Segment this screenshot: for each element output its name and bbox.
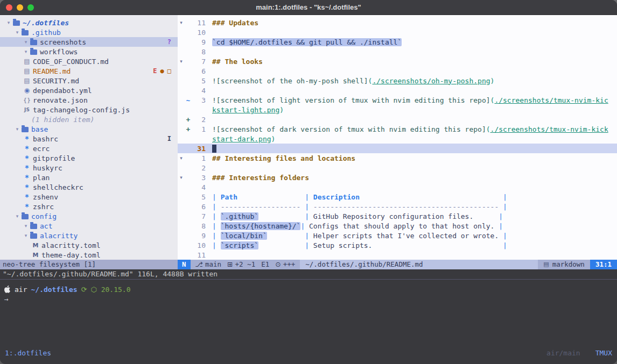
- tree-item-alacritty-toml[interactable]: Malacritty.toml: [0, 240, 178, 250]
- editor-line[interactable]: start-dark.png): [178, 134, 617, 144]
- tree-item-act[interactable]: ▾act: [0, 221, 178, 231]
- tree-item-label: tag-changelog-config.js: [33, 106, 130, 114]
- titlebar[interactable]: main:1:.dotfiles - "ks~/.dotfiles": [0, 0, 617, 15]
- editor-line[interactable]: 10: [178, 27, 617, 37]
- neotree-panel[interactable]: ▾~/.dotfiles▾.github▾screenshots?▾workfl…: [0, 15, 178, 260]
- tree-item-badges: ?: [167, 38, 178, 46]
- tmux-statusbar: 1:.dotfiles air/main TMUX: [0, 347, 617, 364]
- star-file-icon: *: [23, 134, 31, 143]
- editor-line[interactable]: 6| ------------------- | ---------------…: [178, 202, 617, 211]
- node-icon: ⬡: [90, 286, 96, 294]
- folder-icon: [22, 127, 29, 132]
- syntax-urlp: ): [271, 135, 276, 143]
- editor-line[interactable]: ▾3### Interesting folders: [178, 173, 617, 182]
- editor-line-text: ![screenshot of light version of tmux wi…: [206, 96, 608, 104]
- tree-item-workflows[interactable]: ▾workflows: [0, 47, 178, 56]
- editor-line[interactable]: 2: [178, 163, 617, 173]
- tree-item-alacritty[interactable]: ▾alacritty: [0, 231, 178, 240]
- tree-item-code-of-conduct-md[interactable]: ▤CODE_OF_CONDUCT.md: [0, 56, 178, 66]
- editor-line[interactable]: 10| `scripts` | Setup scripts. |: [178, 240, 617, 250]
- syntax-code: `.github`: [221, 212, 258, 220]
- editor-line-text: ![screenshot of dark version of tmux wit…: [206, 125, 608, 133]
- tree-item-tag-changelog-config-js[interactable]: JStag-changelog-config.js: [0, 105, 178, 115]
- toml-file-icon: M: [31, 252, 40, 259]
- syntax-pipe: |: [305, 241, 313, 249]
- tree-item-plan[interactable]: *plan: [0, 173, 178, 182]
- editor-line-text: ## The looks: [206, 58, 263, 66]
- git-sign: ~: [185, 96, 192, 104]
- syntax-code: `local/bin`: [221, 232, 267, 240]
- editor-line[interactable]: ▾11### Updates: [178, 18, 617, 27]
- tree-item-huskyrc[interactable]: *huskyrc: [0, 163, 178, 173]
- tree-item-zshrc[interactable]: *zshrc: [0, 202, 178, 211]
- editor-line[interactable]: 5![screenshot of the oh-my-posh shell](.…: [178, 76, 617, 85]
- syntax-txt: Setup scripts.: [313, 241, 503, 249]
- tmux-window-item[interactable]: 1:.dotfiles: [5, 348, 51, 359]
- tree-item-dependabot-yml[interactable]: ◉dependabot.yml: [0, 85, 178, 95]
- editor-line[interactable]: 4: [178, 182, 617, 192]
- editor-line[interactable]: ▾7## The looks: [178, 56, 617, 66]
- tree-item-security-md[interactable]: ▤SECURITY.md: [0, 76, 178, 85]
- tree-item-gitprofile[interactable]: *gitprofile: [0, 153, 178, 163]
- tree-item-renovate-json[interactable]: {}renovate.json: [0, 95, 178, 105]
- git-status-segment: ⎇main⊞+2 ~1E1⊙+++: [191, 260, 300, 269]
- git-part-text: main: [205, 260, 221, 268]
- editor-line[interactable]: 4: [178, 85, 617, 95]
- editor-line[interactable]: 5| Path | Description |: [178, 192, 617, 202]
- tree-item-config[interactable]: ▾config: [0, 211, 178, 221]
- line-number: 31: [192, 145, 206, 153]
- editor-cursor-line[interactable]: 31: [178, 144, 617, 153]
- tree-item-label: base: [31, 125, 48, 133]
- syntax-txt: GitHub Repository configuration files.: [313, 212, 499, 220]
- editor-line[interactable]: 8| `hosts/{hostname}/`| Configs that sho…: [178, 221, 617, 231]
- editor-line[interactable]: +2: [178, 115, 617, 124]
- tree-item-bashrc[interactable]: *bashrcI: [0, 134, 178, 144]
- chevron-down-icon: ▾: [5, 20, 12, 25]
- prompt-arrow-icon: →: [4, 295, 9, 303]
- filetype-label: markdown: [552, 260, 585, 269]
- star-file-icon: *: [23, 144, 31, 153]
- shell-pane[interactable]: air ~/.dotfiles ⟳ ⬡ 20.15.0 →: [0, 279, 617, 347]
- syntax-pipe: |: [503, 193, 507, 201]
- prompt-input-line[interactable]: →: [4, 294, 613, 304]
- editor-line[interactable]: 8: [178, 47, 617, 56]
- tree-item-dotfiles[interactable]: ▾~/.dotfiles: [0, 18, 178, 27]
- editor-line[interactable]: 9| `local/bin` | Helper scripts that I'v…: [178, 231, 617, 240]
- syntax-txt: Helper scripts that I've collected or wr…: [313, 232, 503, 240]
- tree-item-base[interactable]: ▾base: [0, 124, 178, 134]
- tree-item-screenshots[interactable]: ▾screenshots?: [0, 37, 178, 47]
- line-number: 3: [192, 174, 206, 182]
- tree-item-1-hidden-item[interactable]: (1 hidden item): [0, 115, 178, 124]
- syntax-txt: [237, 193, 305, 201]
- editor-line[interactable]: +1![screenshot of dark version of tmux w…: [178, 124, 617, 134]
- tree-item-theme-day-toml[interactable]: Mtheme-day.toml: [0, 250, 178, 260]
- editor-line[interactable]: 11: [178, 250, 617, 260]
- tree-item-shellcheckrc[interactable]: *shellcheckrc: [0, 182, 178, 192]
- editor-line[interactable]: ~3![screenshot of light version of tmux …: [178, 95, 617, 105]
- editor-line[interactable]: 6: [178, 66, 617, 76]
- tree-item-readme-md[interactable]: ▤README.mdE●□: [0, 66, 178, 76]
- line-number: 2: [192, 116, 206, 124]
- editor-line[interactable]: ▾1## Interesting files and locations: [178, 153, 617, 163]
- syntax-pipe: |: [212, 212, 221, 220]
- editor-line[interactable]: 9`cd $HOME/.dotfiles && git pull && ./in…: [178, 37, 617, 47]
- git-part-text: +++: [283, 260, 296, 268]
- star-file-icon: *: [23, 183, 31, 191]
- tree-item-badges: E●□: [153, 67, 178, 75]
- editor-line[interactable]: 7| `.github` | GitHub Repository configu…: [178, 211, 617, 221]
- tree-item-label: theme-day.toml: [41, 251, 101, 259]
- command-line-message: "~/.dotfiles/.github/README.md" 116L, 44…: [0, 269, 617, 279]
- syntax-pipe: |: [212, 241, 221, 249]
- apple-icon: [4, 286, 11, 293]
- tree-item-ecrc[interactable]: *ecrc: [0, 144, 178, 153]
- editor-line[interactable]: kstart-light.png): [178, 105, 617, 115]
- branch-icon: ⎇: [195, 260, 203, 268]
- sync-icon: ⟳: [81, 286, 87, 294]
- editor-line-text: ![screenshot of the oh-my-posh shell](./…: [206, 77, 494, 85]
- tree-item-label: alacritty: [40, 232, 78, 240]
- syntax-urlp: ): [490, 77, 495, 85]
- tree-item-zshenv[interactable]: *zshenv: [0, 192, 178, 202]
- editor-pane[interactable]: ▾11### Updates109`cd $HOME/.dotfiles && …: [178, 15, 617, 260]
- fold-chevron-icon: ▾: [178, 20, 185, 25]
- tree-item-github[interactable]: ▾.github: [0, 27, 178, 37]
